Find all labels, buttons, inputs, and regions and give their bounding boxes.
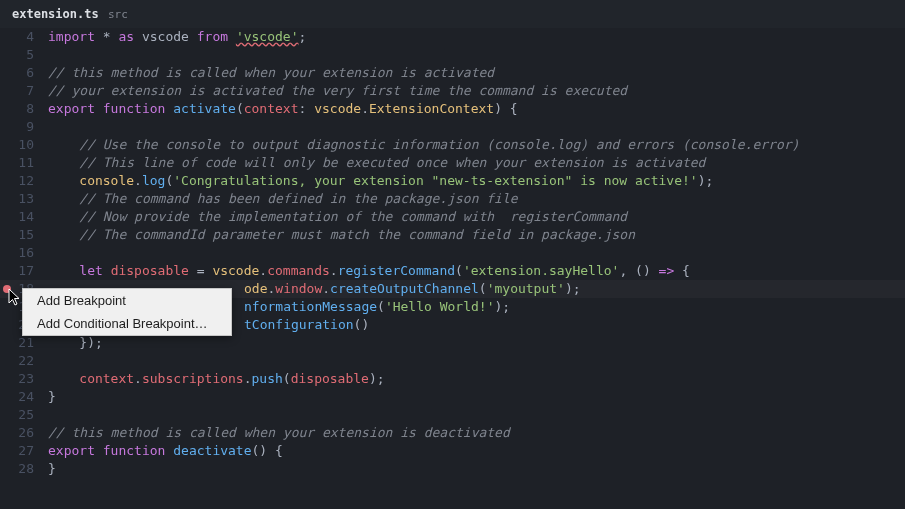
code-content: export function deactivate() { [44, 442, 905, 460]
code-content: // your extension is activated the very … [44, 82, 905, 100]
menu-item-add-breakpoint[interactable]: Add Breakpoint [23, 289, 231, 312]
tab-filename: extension.ts [12, 7, 99, 21]
code-content: } [44, 460, 905, 478]
code-line[interactable]: 27 export function deactivate() { [0, 442, 905, 460]
code-content: let disposable = vscode.commands.registe… [44, 262, 905, 280]
code-content: export function activate(context: vscode… [44, 100, 905, 118]
code-line[interactable]: 25 [0, 406, 905, 424]
code-content [44, 46, 905, 64]
code-line[interactable]: 14 // Now provide the implementation of … [0, 208, 905, 226]
line-number[interactable]: 13 [0, 190, 44, 208]
line-number[interactable]: 16 [0, 244, 44, 262]
menu-item-add-conditional-breakpoint[interactable]: Add Conditional Breakpoint… [23, 312, 231, 335]
code-content [44, 352, 905, 370]
line-number[interactable]: 5 [0, 46, 44, 64]
code-line[interactable]: 12 console.log('Congratulations, your ex… [0, 172, 905, 190]
line-number[interactable]: 10 [0, 136, 44, 154]
code-line[interactable]: 9 [0, 118, 905, 136]
code-content: // This line of code will only be execut… [44, 154, 905, 172]
line-number[interactable]: 17 [0, 262, 44, 280]
tab-folder: src [108, 8, 128, 21]
code-line[interactable]: 17 let disposable = vscode.commands.regi… [0, 262, 905, 280]
line-number[interactable]: 6 [0, 64, 44, 82]
code-line[interactable]: 5 [0, 46, 905, 64]
line-number[interactable]: 25 [0, 406, 44, 424]
line-number[interactable]: 22 [0, 352, 44, 370]
line-number[interactable]: 11 [0, 154, 44, 172]
line-number[interactable]: 23 [0, 370, 44, 388]
code-content: } [44, 388, 905, 406]
line-number[interactable]: 7 [0, 82, 44, 100]
breakpoint-icon[interactable] [3, 285, 11, 293]
code-line[interactable]: 16 [0, 244, 905, 262]
code-line[interactable]: 4 import * as vscode from 'vscode'; [0, 28, 905, 46]
line-number[interactable]: 27 [0, 442, 44, 460]
line-number[interactable]: 26 [0, 424, 44, 442]
code-content: // The commandId parameter must match th… [44, 226, 905, 244]
tab-bar: extension.ts src [0, 0, 905, 28]
code-content: // Use the console to output diagnostic … [44, 136, 905, 154]
line-number[interactable]: 24 [0, 388, 44, 406]
line-number[interactable]: 14 [0, 208, 44, 226]
code-line[interactable]: 6 // this method is called when your ext… [0, 64, 905, 82]
line-number[interactable]: 12 [0, 172, 44, 190]
code-line[interactable]: 28 } [0, 460, 905, 478]
code-line[interactable]: 13 // The command has been defined in th… [0, 190, 905, 208]
line-number[interactable]: 21 [0, 334, 44, 352]
code-line[interactable]: 11 // This line of code will only be exe… [0, 154, 905, 172]
gutter-context-menu: Add Breakpoint Add Conditional Breakpoin… [22, 288, 232, 336]
code-content: // this method is called when your exten… [44, 424, 905, 442]
code-content: context.subscriptions.push(disposable); [44, 370, 905, 388]
code-line[interactable]: 24 } [0, 388, 905, 406]
code-content: // The command has been defined in the p… [44, 190, 905, 208]
line-number[interactable]: 28 [0, 460, 44, 478]
code-line[interactable]: 10 // Use the console to output diagnost… [0, 136, 905, 154]
line-number[interactable]: 15 [0, 226, 44, 244]
code-editor[interactable]: 4 import * as vscode from 'vscode'; 5 6 … [0, 28, 905, 478]
code-line[interactable]: 26 // this method is called when your ex… [0, 424, 905, 442]
line-number[interactable]: 8 [0, 100, 44, 118]
code-content: }); [44, 334, 905, 352]
tab-active[interactable]: extension.ts src [6, 7, 134, 21]
code-line[interactable]: 8 export function activate(context: vsco… [0, 100, 905, 118]
code-line[interactable]: 23 context.subscriptions.push(disposable… [0, 370, 905, 388]
code-content [44, 244, 905, 262]
code-content [44, 118, 905, 136]
code-line[interactable]: 21 }); [0, 334, 905, 352]
code-content [44, 406, 905, 424]
code-content: import * as vscode from 'vscode'; [44, 28, 905, 46]
code-line[interactable]: 15 // The commandId parameter must match… [0, 226, 905, 244]
code-content: console.log('Congratulations, your exten… [44, 172, 905, 190]
line-number[interactable]: 4 [0, 28, 44, 46]
code-line[interactable]: 7 // your extension is activated the ver… [0, 82, 905, 100]
line-number[interactable]: 9 [0, 118, 44, 136]
code-content: // this method is called when your exten… [44, 64, 905, 82]
code-line[interactable]: 22 [0, 352, 905, 370]
code-content: // Now provide the implementation of the… [44, 208, 905, 226]
